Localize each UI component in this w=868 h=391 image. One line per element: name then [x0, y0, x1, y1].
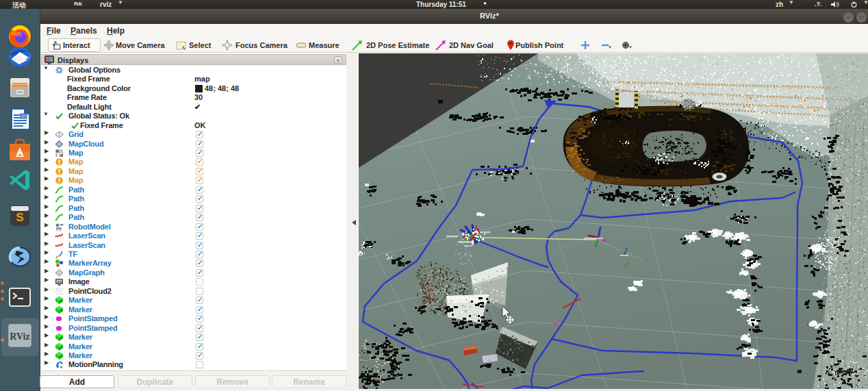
svg-text:S: S	[16, 211, 23, 224]
